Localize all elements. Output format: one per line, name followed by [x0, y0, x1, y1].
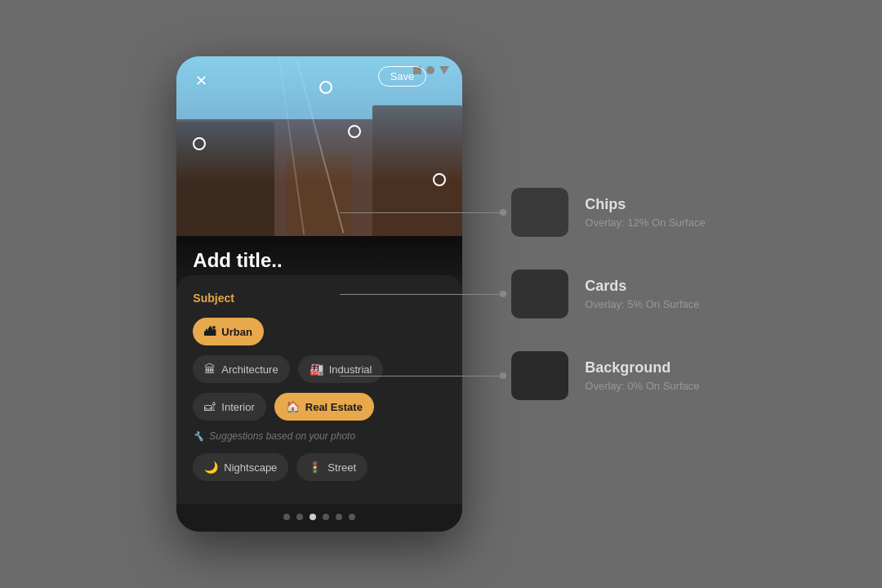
chips-row-2: 🏛 Architecture 🏭 Industrial: [193, 355, 446, 383]
annotation-line-background: [340, 376, 503, 376]
background-subtitle: Overlay: 0% On Surface: [585, 380, 699, 392]
chips-row-3: 🛋 Interior 🏠 Real Estate: [193, 393, 446, 421]
industrial-icon: 🏭: [310, 363, 323, 376]
annotation-background: Background Overlay: 0% On Surface: [511, 351, 705, 400]
chips-swatch: [511, 188, 568, 237]
chip-architecture-label: Architecture: [221, 363, 278, 376]
suggestion-note: 🔧 Suggestions based on your photo: [193, 430, 446, 442]
chip-interior-label: Interior: [221, 401, 254, 413]
street-icon: 🚦: [308, 461, 322, 474]
chip-urban-label: Urban: [221, 326, 252, 338]
annotation-line-chips: [340, 212, 503, 213]
architecture-icon: 🏛: [204, 363, 216, 376]
status-icon-triangle: [439, 66, 449, 74]
dot-1[interactable]: [283, 514, 290, 520]
background-title: Background: [585, 359, 699, 376]
real-estate-icon: 🏠: [286, 400, 300, 413]
background-swatch: [511, 351, 568, 400]
status-icon-circle: [426, 66, 434, 74]
dot-4[interactable]: [323, 514, 329, 520]
content-panel: Subject 🏙 Urban 🏛 Architecture 🏭 Industr…: [176, 275, 462, 504]
chip-architecture[interactable]: 🏛 Architecture: [193, 355, 289, 383]
interior-icon: 🛋: [204, 400, 216, 413]
chips-subtitle: Overlay: 12% On Surface: [585, 216, 705, 229]
annotations-panel: Chips Overlay: 12% On Surface Cards Over…: [511, 188, 705, 400]
annotation-cards: Cards Overlay: 5% On Surface: [511, 270, 705, 318]
dot-5[interactable]: [336, 514, 342, 520]
chip-nightscape-label: Nightscape: [224, 461, 277, 474]
chip-real-estate-label: Real Estate: [305, 401, 363, 413]
chip-industrial-label: Industrial: [329, 363, 372, 376]
chips-annotation-text: Chips Overlay: 12% On Surface: [585, 196, 705, 229]
cards-annotation-text: Cards Overlay: 5% On Surface: [585, 278, 699, 310]
crop-handle-mid-right[interactable]: [348, 125, 361, 138]
wrench-icon: 🔧: [193, 431, 204, 442]
suggestion-text: Suggestions based on your photo: [209, 430, 355, 442]
close-button[interactable]: ✕: [189, 69, 212, 92]
annotation-chips: Chips Overlay: 12% On Surface: [511, 188, 705, 237]
chip-interior[interactable]: 🛋 Interior: [193, 393, 265, 421]
chip-street[interactable]: 🚦 Street: [296, 453, 368, 481]
cards-swatch: [511, 270, 568, 318]
suggested-chips-row: 🌙 Nightscape 🚦 Street: [193, 453, 446, 481]
cards-subtitle: Overlay: 5% On Surface: [585, 298, 699, 310]
urban-icon: 🏙: [204, 325, 216, 338]
dot-6[interactable]: [349, 514, 355, 520]
chips-row-1: 🏙 Urban: [193, 318, 446, 345]
chip-nightscape[interactable]: 🌙 Nightscape: [193, 453, 288, 481]
nightscape-icon: 🌙: [204, 461, 218, 474]
background-annotation-text: Background Overlay: 0% On Surface: [585, 359, 699, 392]
dot-2[interactable]: [296, 514, 303, 520]
chip-street-label: Street: [327, 461, 356, 474]
save-button[interactable]: Save: [378, 66, 427, 87]
main-container: ✕ Save Add title.. Subject 🏙 Urban: [176, 56, 705, 532]
chip-real-estate[interactable]: 🏠 Real Estate: [274, 393, 374, 421]
annotation-line-cards: [340, 294, 503, 295]
photo-area: ✕ Save: [176, 56, 462, 236]
chips-title: Chips: [585, 196, 705, 213]
chip-industrial[interactable]: 🏭 Industrial: [298, 355, 384, 383]
cards-title: Cards: [585, 278, 699, 295]
photo-title[interactable]: Add title..: [193, 249, 446, 272]
dot-3[interactable]: [310, 514, 316, 520]
pagination-dots: [176, 504, 462, 532]
chip-urban[interactable]: 🏙 Urban: [193, 318, 264, 345]
